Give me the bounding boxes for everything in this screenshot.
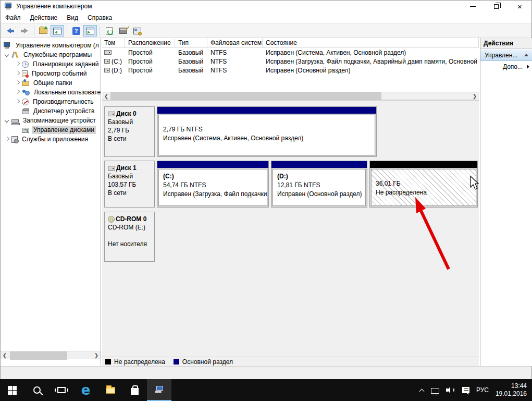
chevron-down-icon[interactable] bbox=[5, 53, 9, 57]
chevron-right-icon[interactable] bbox=[15, 71, 19, 76]
volume-list-horizontal-scrollbar[interactable]: ❮ ❯ bbox=[102, 92, 479, 101]
restore-button[interactable] bbox=[485, 1, 508, 12]
cdrom-label-panel[interactable]: CD-ROM 0 CD-ROM (E:) Нет носителя bbox=[104, 212, 155, 262]
tree-item-task-scheduler[interactable]: Планировщик заданий bbox=[1, 59, 101, 69]
disk-icon bbox=[108, 166, 115, 171]
volume-row-system[interactable]: Простой Базовый NTFS Исправен (Система, … bbox=[102, 48, 479, 57]
task-view-button[interactable] bbox=[49, 379, 73, 401]
column-header-volume[interactable]: Том bbox=[102, 38, 125, 47]
show-hidden-icons-button[interactable] bbox=[419, 388, 424, 393]
network-icon[interactable] bbox=[431, 388, 439, 394]
disk1-label-panel[interactable]: Диск 1 Базовый 103,57 ГБ В сети bbox=[104, 161, 155, 208]
chevron-right-icon[interactable] bbox=[15, 81, 19, 85]
minimize-button[interactable] bbox=[461, 1, 485, 12]
properties-button[interactable] bbox=[116, 25, 130, 37]
unallocated-colorbar bbox=[370, 161, 477, 168]
manage-button[interactable] bbox=[130, 25, 144, 37]
start-button[interactable] bbox=[0, 379, 24, 401]
refresh-button[interactable] bbox=[102, 25, 116, 37]
disk-icon bbox=[108, 112, 115, 116]
language-indicator[interactable]: РУС bbox=[476, 386, 489, 394]
clock[interactable]: 13:44 19.01.2016 bbox=[496, 382, 527, 398]
tree-horizontal-scrollbar[interactable]: ❮ ❯ bbox=[1, 351, 101, 359]
volume-icon-tray[interactable] bbox=[446, 386, 455, 394]
disk-management-pane: Том Расположение Тип Файловая система Со… bbox=[102, 38, 479, 366]
window-title: Управление компьютером bbox=[16, 3, 92, 10]
disk0-label-panel[interactable]: Диск 0 Базовый 2,79 ГБ В сети bbox=[104, 106, 155, 157]
graphical-view: Диск 0 Базовый 2,79 ГБ В сети 2,79 ГБ NT… bbox=[102, 103, 479, 357]
disk0-partition[interactable]: 2,79 ГБ NTFS Исправен (Система, Активен,… bbox=[157, 106, 377, 157]
tree-item-local-users[interactable]: Локальные пользовате bbox=[1, 88, 101, 97]
help-icon: ? bbox=[72, 27, 80, 35]
scroll-left-arrow[interactable]: ❮ bbox=[102, 92, 110, 100]
action-center-icon[interactable] bbox=[462, 387, 469, 393]
tree-item-system-tools[interactable]: Служебные программы bbox=[1, 50, 101, 59]
column-header-status[interactable]: Состояние bbox=[263, 38, 479, 47]
tree-item-services-applications[interactable]: Службы и приложения bbox=[1, 135, 101, 144]
performance-icon bbox=[22, 99, 29, 105]
properties-icon bbox=[119, 28, 127, 34]
back-button[interactable] bbox=[4, 25, 17, 37]
scroll-right-arrow[interactable]: ❯ bbox=[471, 92, 479, 100]
disk1-partition-c[interactable]: (C:) 54,74 ГБ NTFS Исправен (Загрузка, Ф… bbox=[157, 161, 269, 208]
edge-button[interactable]: e bbox=[73, 379, 98, 401]
menu-view[interactable]: Вид bbox=[62, 13, 83, 23]
tree-item-performance[interactable]: Производительность bbox=[1, 97, 101, 106]
action-pane-toggle-button[interactable] bbox=[83, 25, 97, 37]
scrollbar-thumb[interactable] bbox=[110, 92, 381, 100]
volume-row-c[interactable]: (C:) Простой Базовый NTFS Исправен (Загр… bbox=[102, 57, 479, 66]
volume-row-d[interactable]: (D:) Простой Базовый NTFS Исправен (Осно… bbox=[102, 66, 479, 75]
tree-item-disk-management[interactable]: Управление дисками bbox=[1, 125, 101, 135]
computer-management-window: Управление компьютером × Файл Действие В… bbox=[0, 0, 532, 379]
task-view-icon bbox=[57, 387, 66, 393]
selected-tree-item-label: Управление дисками bbox=[32, 126, 96, 134]
chevron-right-icon[interactable] bbox=[15, 100, 19, 104]
scroll-right-arrow[interactable]: ❯ bbox=[92, 351, 101, 360]
shared-folders-icon bbox=[22, 81, 29, 86]
file-explorer-button[interactable] bbox=[98, 379, 122, 401]
disk1-unallocated-space[interactable]: 36,01 ГБ Не распределена bbox=[369, 161, 478, 208]
manage-icon bbox=[133, 28, 141, 34]
tree-item-storage[interactable]: Запоминающие устройст bbox=[1, 116, 101, 125]
column-header-layout[interactable]: Расположение bbox=[125, 38, 175, 47]
help-button[interactable]: ? bbox=[69, 25, 83, 37]
system-tools-icon bbox=[11, 52, 19, 58]
tree-item-event-viewer[interactable]: Просмотр событий bbox=[1, 69, 101, 78]
chevron-right-icon[interactable] bbox=[15, 90, 19, 94]
disk1-partition-d[interactable]: (D:) 12,81 ГБ NTFS Исправен (Основной ра… bbox=[271, 161, 367, 208]
close-button[interactable]: × bbox=[508, 1, 531, 12]
primary-legend-label: Основной раздел bbox=[182, 358, 233, 366]
toolbar-separator bbox=[34, 26, 34, 35]
forward-icon bbox=[21, 28, 28, 33]
back-icon bbox=[7, 28, 14, 33]
column-header-type[interactable]: Тип bbox=[175, 38, 207, 47]
forward-button[interactable] bbox=[18, 25, 31, 37]
more-actions-item[interactable]: Допо... bbox=[480, 61, 532, 72]
search-button[interactable] bbox=[24, 379, 49, 401]
store-button[interactable] bbox=[122, 379, 147, 401]
menu-file[interactable]: Файл bbox=[1, 13, 26, 23]
up-level-button[interactable] bbox=[36, 25, 50, 37]
scrollbar-thumb[interactable] bbox=[10, 351, 67, 360]
chevron-right-icon[interactable] bbox=[15, 62, 19, 66]
actions-group-disk-management[interactable]: Управлен... bbox=[480, 49, 532, 61]
unallocated-legend-label: Не распределена bbox=[114, 358, 165, 366]
column-header-filesystem[interactable]: Файловая система bbox=[207, 38, 263, 47]
tree-item-device-manager[interactable]: Диспетчер устройств bbox=[1, 106, 101, 116]
collapse-arrow-icon[interactable] bbox=[524, 54, 528, 56]
scroll-left-arrow[interactable]: ❮ bbox=[1, 351, 9, 360]
console-tree-icon bbox=[53, 28, 61, 34]
menu-help[interactable]: Справка bbox=[83, 13, 117, 23]
menu-action[interactable]: Действие bbox=[26, 13, 63, 23]
disk1-row: Диск 1 Базовый 103,57 ГБ В сети (C:) 54,… bbox=[104, 161, 478, 208]
tree-item-shared-folders[interactable]: Общие папки bbox=[1, 78, 101, 88]
title-bar: Управление компьютером × bbox=[1, 1, 531, 12]
chevron-down-icon[interactable] bbox=[5, 118, 9, 123]
menu-bar: Файл Действие Вид Справка bbox=[1, 12, 531, 23]
refresh-icon bbox=[106, 27, 113, 35]
chevron-right-icon[interactable] bbox=[5, 137, 9, 141]
tree-item-computer-management-root[interactable]: Управление компьютером (л bbox=[1, 41, 101, 50]
search-icon bbox=[33, 386, 41, 394]
console-tree-toggle-button[interactable] bbox=[51, 25, 64, 37]
computer-management-taskbar-button[interactable] bbox=[147, 379, 171, 401]
